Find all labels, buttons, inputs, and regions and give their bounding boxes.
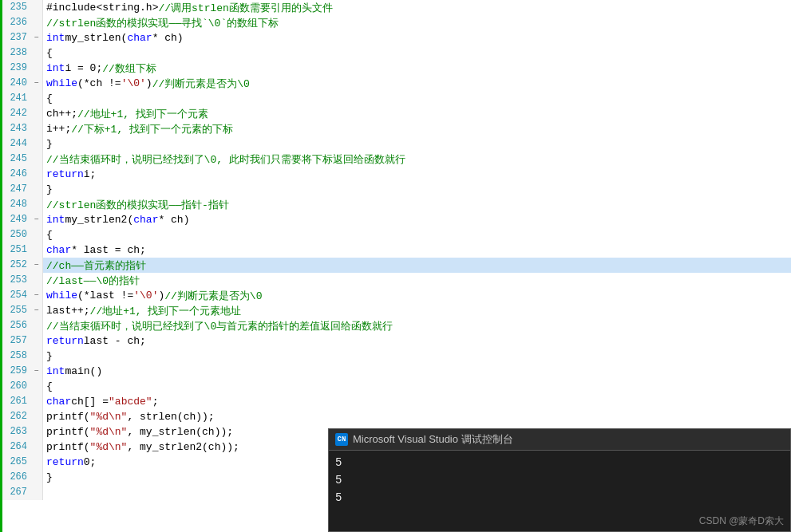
table-row: 248 //strlen函数的模拟实现——指针-指针 [0, 197, 791, 212]
code-token: //strlen函数的模拟实现——指针-指针 [46, 198, 229, 212]
code-cell: last++;//地址+1, 找到下一个元素地址 [43, 303, 791, 318]
line-number: 236 [0, 15, 30, 30]
line-number: 255 [0, 303, 30, 318]
line-number: 260 [0, 379, 30, 394]
code-token: , my_strlen(ch)); [127, 426, 233, 438]
line-number: 261 [0, 394, 30, 409]
code-token: //strlen函数的模拟实现——寻找`\0`的数组下标 [46, 16, 279, 30]
left-border [0, 0, 2, 532]
code-token: int [46, 365, 65, 377]
console-overlay: CN Microsoft Visual Studio 调试控制台 5 5 5 C… [328, 428, 791, 532]
table-row: 253 //last——\0的指针 [0, 273, 791, 288]
line-number: 262 [0, 409, 30, 424]
fold-indicator [30, 394, 43, 409]
code-token: //判断元素是否为\0 [164, 289, 262, 303]
code-token: int [46, 32, 65, 44]
table-row: 261 char ch[] = "abcde"; [0, 394, 791, 409]
code-token: i; [84, 168, 97, 180]
code-token: my_strlen( [65, 32, 127, 44]
code-token: char [46, 244, 71, 256]
line-number: 241 [0, 91, 30, 106]
console-title-bar: CN Microsoft Visual Studio 调试控制台 [329, 429, 790, 451]
code-token: //last——\0的指针 [46, 274, 140, 288]
code-cell: return i; [43, 167, 791, 182]
code-token: '\0' [133, 290, 158, 301]
table-row: 238 { [0, 45, 791, 61]
code-token: '\0' [121, 77, 146, 89]
line-number: 237 [0, 30, 30, 45]
code-token: 0; [84, 456, 97, 468]
line-number: 247 [0, 182, 30, 197]
fold-indicator [30, 242, 43, 258]
console-body: 5 5 5 [329, 451, 790, 510]
table-row: 244 } [0, 136, 791, 152]
code-token: } [46, 138, 53, 150]
fold-indicator [30, 485, 43, 500]
table-row: 251 char* last = ch; [0, 242, 791, 258]
code-token: "%d\n" [90, 441, 128, 453]
fold-indicator [30, 106, 43, 121]
fold-indicator[interactable]: − [30, 364, 43, 379]
code-token: while [46, 77, 77, 89]
table-row: 254− while (*last != '\0')//判断元素是否为\0 [0, 288, 791, 303]
code-cell: //strlen函数的模拟实现——寻找`\0`的数组下标 [43, 15, 791, 30]
code-token: int [46, 62, 65, 74]
code-cell: int main() [43, 364, 791, 379]
code-token: printf( [46, 426, 90, 438]
line-number: 248 [0, 197, 30, 212]
code-token: (*last != [77, 290, 133, 301]
code-token: //当结束循环时，说明已经找到了\0与首元素的指针的差值返回给函数就行 [46, 319, 393, 333]
fold-indicator [30, 15, 43, 30]
table-row: 259−int main() [0, 364, 791, 379]
line-number: 235 [0, 0, 30, 15]
line-number: 253 [0, 273, 30, 288]
line-number: 246 [0, 167, 30, 182]
line-number: 265 [0, 455, 30, 470]
code-token: //当结束循环时，说明已经找到了\0, 此时我们只需要将下标返回给函数就行 [46, 152, 405, 167]
fold-indicator[interactable]: − [30, 30, 43, 45]
table-row: 239 int i = 0;//数组下标 [0, 61, 791, 76]
code-token: ; [152, 396, 159, 408]
fold-indicator [30, 227, 43, 242]
table-row: 237−int my_strlen(char* ch) [0, 30, 791, 45]
table-row: 252− //ch——首元素的指针 [0, 258, 791, 273]
code-token: my_strlen2( [65, 214, 133, 226]
console-line-3: 5 [335, 489, 784, 506]
code-token: while [46, 290, 77, 301]
code-token: int [46, 214, 65, 226]
line-number: 250 [0, 227, 30, 242]
code-cell: while (*ch != '\0')//判断元素是否为\0 [43, 76, 791, 91]
fold-indicator[interactable]: − [30, 258, 43, 273]
table-row: 262 printf("%d\n", strlen(ch)); [0, 409, 791, 424]
fold-indicator [30, 424, 43, 439]
table-row: 235 #include <string.h>//调用strlen函数需要引用的… [0, 0, 791, 15]
table-row: 245 //当结束循环时，说明已经找到了\0, 此时我们只需要将下标返回给函数就… [0, 152, 791, 167]
line-number: 243 [0, 121, 30, 136]
line-number: 254 [0, 288, 30, 303]
fold-indicator[interactable]: − [30, 212, 43, 227]
editor-container: 235 #include <string.h>//调用strlen函数需要引用的… [0, 0, 791, 532]
code-token: "%d\n" [90, 411, 128, 423]
line-number: 257 [0, 333, 30, 349]
code-token: { [46, 47, 53, 59]
line-number: 249 [0, 212, 30, 227]
table-row: 240− while (*ch != '\0')//判断元素是否为\0 [0, 76, 791, 91]
line-number: 240 [0, 76, 30, 91]
fold-indicator[interactable]: − [30, 288, 43, 303]
code-token: i = 0; [65, 62, 102, 74]
line-number: 266 [0, 470, 30, 485]
code-cell: return last - ch; [43, 333, 791, 349]
fold-indicator[interactable]: − [30, 76, 43, 91]
line-number: 267 [0, 485, 30, 500]
code-cell: int my_strlen2(char* ch) [43, 212, 791, 227]
code-token: //判断元素是否为\0 [152, 77, 250, 91]
fold-indicator [30, 470, 43, 485]
code-token: , strlen(ch)); [127, 411, 214, 423]
fold-indicator[interactable]: − [30, 303, 43, 318]
line-number: 242 [0, 106, 30, 121]
fold-indicator [30, 0, 43, 15]
fold-indicator [30, 439, 43, 455]
code-token: main() [65, 365, 102, 377]
code-token: last - ch; [84, 335, 146, 347]
code-token: } [46, 183, 53, 195]
